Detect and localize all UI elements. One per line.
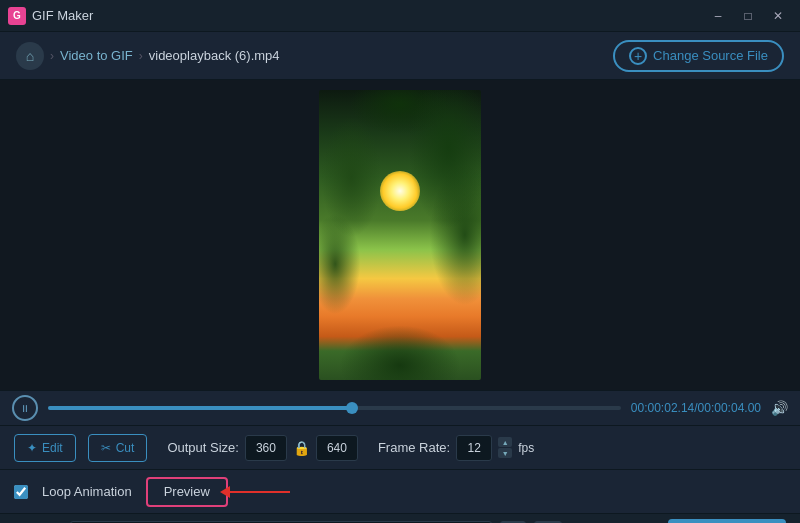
breadcrumb: ⌂ › Video to GIF › videoplayback (6).mp4 xyxy=(16,42,280,70)
output-size-label: Output Size: xyxy=(167,440,239,455)
titlebar: G GIF Maker – □ ✕ xyxy=(0,0,800,32)
volume-button[interactable]: 🔊 xyxy=(771,400,788,416)
breadcrumb-separator-2: › xyxy=(139,49,143,63)
titlebar-left: G GIF Maker xyxy=(8,7,93,25)
output-height-input[interactable] xyxy=(316,435,358,461)
volume-icon: 🔊 xyxy=(771,400,788,416)
arrow-head xyxy=(220,486,230,498)
breadcrumb-video-to-gif[interactable]: Video to GIF xyxy=(60,48,133,63)
save-row: Save to: ▼ 📁 Generate GIF xyxy=(0,514,800,523)
app-icon: G xyxy=(8,7,26,25)
progress-track[interactable] xyxy=(48,406,621,410)
progress-thumb[interactable] xyxy=(346,402,358,414)
navbar: ⌂ › Video to GIF › videoplayback (6).mp4… xyxy=(0,32,800,80)
maximize-button[interactable]: □ xyxy=(734,6,762,26)
change-source-label: Change Source File xyxy=(653,48,768,63)
framerate-spinner: ▲ ▼ xyxy=(498,437,512,458)
play-pause-button[interactable]: ⏸ xyxy=(12,395,38,421)
framerate-up-button[interactable]: ▲ xyxy=(498,437,512,447)
total-time: 00:00:04.00 xyxy=(698,401,761,415)
framerate-label: Frame Rate: xyxy=(378,440,450,455)
minimize-button[interactable]: – xyxy=(704,6,732,26)
video-left-bar xyxy=(0,80,319,390)
framerate-input[interactable] xyxy=(456,435,492,461)
cut-icon: ✂ xyxy=(101,441,111,455)
video-frame xyxy=(319,90,481,380)
loop-checkbox[interactable] xyxy=(14,485,28,499)
cut-button[interactable]: ✂ Cut xyxy=(88,434,148,462)
preview-arrow-indicator xyxy=(220,486,290,498)
preview-button[interactable]: Preview xyxy=(146,477,228,507)
home-icon: ⌂ xyxy=(26,48,34,64)
video-right-bar xyxy=(481,80,800,390)
output-size-group: Output Size: 🔒 xyxy=(167,435,358,461)
fps-label: fps xyxy=(518,441,534,455)
edit-icon: ✦ xyxy=(27,441,37,455)
home-button[interactable]: ⌂ xyxy=(16,42,44,70)
progress-fill xyxy=(48,406,352,410)
breadcrumb-separator-1: › xyxy=(50,49,54,63)
close-button[interactable]: ✕ xyxy=(764,6,792,26)
framerate-down-button[interactable]: ▼ xyxy=(498,448,512,458)
loop-preview-row: Loop Animation Preview xyxy=(0,470,800,514)
change-source-button[interactable]: + Change Source File xyxy=(613,40,784,72)
lock-icon[interactable]: 🔒 xyxy=(293,440,310,456)
change-source-plus-icon: + xyxy=(629,47,647,65)
generate-gif-button[interactable]: Generate GIF xyxy=(668,519,786,523)
arrow-line xyxy=(230,491,290,493)
loop-animation-label[interactable]: Loop Animation xyxy=(42,484,132,499)
pause-icon: ⏸ xyxy=(20,403,30,414)
output-width-input[interactable] xyxy=(245,435,287,461)
app-title: GIF Maker xyxy=(32,8,93,23)
playback-bar: ⏸ 00:00:02.14/00:00:04.00 🔊 xyxy=(0,390,800,426)
framerate-group: Frame Rate: ▲ ▼ fps xyxy=(378,435,534,461)
video-preview-area xyxy=(0,80,800,390)
time-display: 00:00:02.14/00:00:04.00 xyxy=(631,401,761,415)
breadcrumb-filename: videoplayback (6).mp4 xyxy=(149,48,280,63)
cut-label: Cut xyxy=(116,441,135,455)
edit-button[interactable]: ✦ Edit xyxy=(14,434,76,462)
titlebar-controls: – □ ✕ xyxy=(704,6,792,26)
edit-toolbar: ✦ Edit ✂ Cut Output Size: 🔒 Frame Rate: … xyxy=(0,426,800,470)
current-time: 00:00:02.14 xyxy=(631,401,694,415)
video-foliage xyxy=(319,90,481,380)
edit-label: Edit xyxy=(42,441,63,455)
